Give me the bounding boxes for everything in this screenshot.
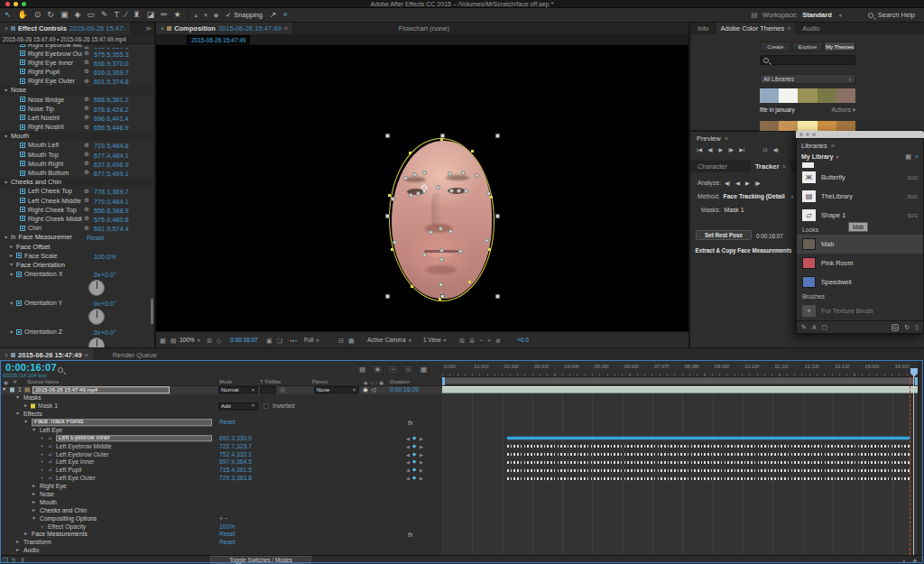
shape-tool-icon[interactable]: ▭ [87,11,95,19]
minimize-window-icon[interactable] [806,133,809,136]
ec-property-value[interactable]: 0x+0.0° [94,300,116,308]
inverted-checkbox[interactable] [263,403,269,409]
ec-property-value[interactable]: 556.8,388.9 [94,207,129,215]
target-icon[interactable]: ⊕ [84,50,89,57]
target-icon[interactable]: ⊕ [84,96,89,103]
keyframe-icon[interactable]: ◆ [412,444,416,449]
ec-row-orientation-y[interactable]: ▼Orientation Y0x+0.0° [0,299,154,308]
add-remove-buttons[interactable]: + − [219,515,228,522]
track-point[interactable] [422,171,427,175]
current-timecode[interactable]: 0:00:16:07 [5,362,57,373]
tab-tracker[interactable]: Tracker ≡ [751,161,790,172]
tl-row-left-eyebrow-outer[interactable]: ◔⊿Left Eyebrow Outer752.4,332.1◀◆▶ [0,450,442,458]
type-tool-icon[interactable]: T [114,11,119,19]
loop-icon[interactable]: ⊡ [762,146,767,153]
mask-color-swatch[interactable] [31,404,35,409]
twirl-icon[interactable]: ► [23,532,31,537]
grid-icon[interactable]: ▤ [171,337,177,343]
draft-3d-icon[interactable]: ❖ [372,365,383,374]
duration-column[interactable]: Duration [390,380,410,385]
tl-row-compositing-options[interactable]: ▼Compositing Options+ − [0,514,442,522]
ec-row-orientation-x[interactable]: ▼Orientation X0x+0.0° [0,270,154,279]
layer-name[interactable]: 2015-06-26 15:47:49.mp4 [32,387,170,394]
camera-tool-icon[interactable]: ▣ [60,11,69,19]
track-point[interactable] [422,253,427,257]
list-view-icon[interactable]: ≡ [915,153,919,160]
ec-row-left-cheek-top[interactable]: Left Cheek Top⊕778.1,369.7 [0,187,154,196]
set-rest-pose-button[interactable]: Set Rest Pose [696,230,752,240]
mask-vertex[interactable] [490,196,493,199]
track-point[interactable] [439,282,443,287]
tab-info[interactable]: Info [690,24,716,32]
tab-character[interactable]: Character [690,162,735,171]
zoom-select[interactable]: 100%▼ [180,337,201,343]
themes-library-select[interactable]: All Libraries⇕ [760,74,855,84]
track-point[interactable] [439,227,443,231]
ruler-tick[interactable]: 03:03f [534,364,549,369]
next-keyframe-icon[interactable]: ▶ [420,460,423,465]
target-icon[interactable]: ⊕ [84,151,89,158]
preview-quality-icon[interactable]: ▦ [160,337,166,343]
target-icon[interactable]: ⊕ [84,68,89,75]
target-icon[interactable]: ⊕ [84,142,89,149]
video-toggle-icon[interactable]: ◉ [363,387,368,393]
pan-behind-tool-icon[interactable]: ◈ [74,11,80,19]
tl-row-masks[interactable]: ▼Masks [0,394,442,402]
snapping-toggle[interactable]: ✓ Snapping [226,11,263,19]
mask-tool-1-icon[interactable]: ▴ [195,12,199,18]
ec-row-mouth-top[interactable]: Mouth Top⊕677.4,484.1 [0,150,154,159]
expand-icon[interactable]: ↗ [270,11,277,19]
method-select[interactable]: Face Tracking (Detail [724,193,785,199]
tl-row-2015-06-26-15-47-49-mp4[interactable]: ▼1▤2015-06-26 15:47:49.mp4Normal▼◎None▼◉… [0,386,442,394]
exposure-icon[interactable]: ⊕ [495,337,501,343]
ec-row-face-offset[interactable]: ►Face Offset [0,242,154,251]
ec-property-value[interactable]: 668.6,361.2 [94,96,129,104]
options-icon[interactable]: ◆ [912,557,917,563]
mask-vertex[interactable] [440,138,443,141]
previous-frame-icon[interactable]: ◀| [707,146,713,153]
keyframe-lane-left-pupil[interactable] [507,469,910,472]
close-window-icon[interactable] [799,133,803,136]
effect-name[interactable]: Face Track Points [32,419,212,426]
tl-row-mouth[interactable]: ►Mouth [0,498,442,506]
ruler-tick[interactable]: 13:13f [835,364,849,369]
ec-property-value[interactable]: 0x+0.0° [94,271,116,279]
stopwatch-icon[interactable]: ◔ [40,451,43,458]
rotation-dial[interactable] [88,337,105,347]
ec-property-value[interactable]: 656.5,446.9 [94,124,129,132]
tl-row-right-eye[interactable]: ►Right Eye [0,483,442,491]
twirl-icon[interactable]: ▼ [32,428,39,432]
tl-row-face-track-points[interactable]: ▼Face Track PointsResetfx [0,419,442,427]
stopwatch-icon[interactable]: ◔ [40,436,43,442]
twirl-icon[interactable]: ► [15,549,23,553]
stopwatch-icon[interactable]: ◔ [40,443,43,449]
ec-row-right-cheek-top[interactable]: Right Cheek Top⊕556.8,388.9 [0,205,154,214]
show-snapshot-icon[interactable]: ❑ [277,337,282,343]
exposure-value[interactable]: +0.0 [517,337,529,343]
themes-create-button[interactable]: Create [760,42,791,51]
selection-handle[interactable] [385,214,390,218]
track-point[interactable] [439,248,444,253]
twirl-icon[interactable]: ▼ [32,516,39,521]
tab-flowchart[interactable]: Flowchart (none) [392,24,457,32]
last-frame-icon[interactable]: ▶| [739,146,744,153]
twirl-icon[interactable]: ► [32,485,39,489]
ruler-tick[interactable]: 09:09f [715,364,729,369]
tl-row-nose[interactable]: ►Nose [0,491,442,499]
timeline-track-area[interactable]: 0:00f01:01f02:02f03:03f04:04f05:05f06:06… [442,361,922,555]
tl-row-left-eye-inner[interactable]: ◔⊿Left Eye Inner697.9,364.5◀◆▶ [0,458,442,467]
mask-vertex[interactable] [471,150,474,153]
ruler-tick[interactable]: 15:00f [864,364,879,369]
ruler-tick[interactable]: 08:08f [684,364,698,369]
keyframe-icon[interactable]: ◆ [412,452,416,458]
color-swatch[interactable] [798,88,817,103]
ec-property-value[interactable]: 719.5,484.8 [94,142,129,150]
twirl-icon[interactable]: ▼ [4,134,11,139]
twirl-icon[interactable]: ► [15,541,23,545]
property-value[interactable]: 697.9,364.5 [219,459,252,466]
comp-mini-flowchart-icon[interactable]: ▤ [356,365,368,374]
twirl-icon[interactable]: ▼ [9,329,16,335]
tl-row-mask-1[interactable]: ►Mask 1Add▼Inverted [0,402,442,411]
layer-duration-bar[interactable] [442,386,918,393]
snapshot-icon[interactable]: ▣ [266,337,273,343]
